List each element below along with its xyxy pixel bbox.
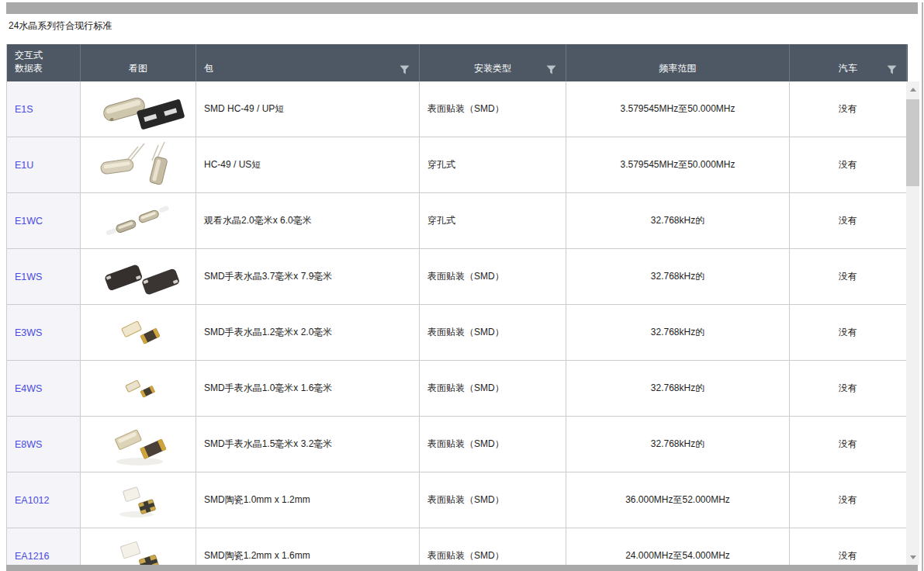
ea1216-photo [84, 531, 192, 566]
column-header-label: 包 [204, 62, 213, 75]
table-row: E1S SMD HC-49 / UP短 表面贴装（SMD） 3.579545MH… [7, 81, 908, 137]
auto-text: 没有 [839, 326, 857, 339]
e8ws-photo [84, 420, 192, 469]
auto-text: 没有 [839, 493, 857, 507]
freq-text: 32.768kHz的 [651, 438, 704, 451]
page-title: 24水晶系列符合现行标准 [9, 19, 112, 33]
photo-cell[interactable] [81, 137, 196, 193]
photo-cell[interactable] [81, 361, 196, 417]
datasheet-link[interactable]: E1U [15, 160, 33, 171]
mount-text: 表面贴装（SMD） [427, 270, 504, 283]
e3ws-photo [84, 308, 192, 358]
top-divider-bar [6, 2, 918, 14]
column-header-label: 汽车 [839, 62, 857, 75]
datasheet-link[interactable]: E1WC [15, 216, 43, 227]
photo-cell[interactable] [81, 528, 196, 566]
mount-text: 表面贴装（SMD） [427, 326, 504, 339]
mount-text: 穿孔式 [427, 158, 455, 171]
triangle-up-icon [910, 88, 916, 92]
right-border [922, 2, 923, 571]
auto-text: 没有 [839, 158, 857, 171]
freq-text: 32.768kHz的 [651, 326, 704, 339]
freq-text: 3.579545MHz至50.000MHz [620, 158, 735, 171]
e1s-photo [84, 85, 192, 134]
triangle-down-icon [910, 555, 916, 559]
photo-cell[interactable] [81, 81, 196, 137]
photo-cell[interactable] [81, 417, 196, 472]
package-text: SMD陶瓷1.2mm x 1.6mm [204, 549, 310, 562]
package-text: SMD手表水晶1.2毫米x 2.0毫米 [204, 326, 332, 339]
vertical-scrollbar[interactable] [906, 81, 919, 566]
datasheet-link[interactable]: E1S [15, 104, 33, 115]
crystal-products-table: 交互式 数据表看图包安装类型频率范围汽车 E1S SMD HC-49 / UP短… [6, 44, 908, 566]
photo-cell[interactable] [81, 193, 196, 249]
mount-text: 表面贴装（SMD） [427, 438, 504, 451]
e4ws-photo [84, 364, 192, 414]
e1ws-photo [84, 252, 192, 302]
table-row: E1U HC-49 / US短 穿孔式 3.579545MHz至50.000MH… [7, 137, 908, 193]
package-text: SMD HC-49 / UP短 [204, 102, 284, 116]
scrollbar-down-button[interactable] [906, 551, 919, 564]
table-row: E3WS SMD手表水晶1.2毫米x 2.0毫米 表面贴装（SMD） 32.76… [7, 305, 908, 361]
column-header-label: 看图 [129, 62, 147, 75]
photo-cell[interactable] [81, 305, 196, 361]
auto-text: 没有 [839, 382, 857, 395]
crystal-series-page: 24水晶系列符合现行标准 交互式 数据表看图包安装类型频率范围汽车 E1S SM… [0, 0, 924, 571]
datasheet-link[interactable]: EA1012 [15, 495, 49, 506]
datasheet-link[interactable]: E1WS [15, 272, 42, 282]
mount-text: 表面贴装（SMD） [427, 549, 504, 562]
column-header-mount: 安装类型 [420, 44, 566, 81]
filter-icon-mount[interactable] [546, 65, 556, 74]
photo-cell[interactable] [81, 472, 196, 528]
auto-text: 没有 [839, 214, 857, 227]
table-row: E4WS SMD手表水晶1.0毫米x 1.6毫米 表面贴装（SMD） 32.76… [7, 361, 908, 417]
column-header-auto: 汽车 [790, 44, 907, 81]
column-header-label: 交互式 数据表 [15, 49, 43, 75]
filter-icon-auto[interactable] [887, 65, 897, 74]
package-text: SMD手表水晶1.0毫米x 1.6毫米 [204, 382, 332, 395]
table-body: E1S SMD HC-49 / UP短 表面贴装（SMD） 3.579545MH… [7, 81, 908, 566]
ea1012-photo [84, 476, 192, 525]
column-header-label: 安装类型 [474, 62, 511, 75]
scrollbar-up-button[interactable] [906, 83, 919, 96]
mount-text: 表面贴装（SMD） [427, 102, 504, 116]
package-text: 观看水晶2.0毫米x 6.0毫米 [204, 214, 312, 227]
filter-icon-package[interactable] [400, 65, 410, 74]
datasheet-link[interactable]: E4WS [15, 383, 42, 394]
e1wc-photo [84, 196, 192, 246]
mount-text: 表面贴装（SMD） [427, 493, 504, 507]
column-header-photo: 看图 [81, 44, 196, 81]
column-header-datasheet: 交互式 数据表 [7, 44, 81, 81]
column-header-package: 包 [196, 44, 420, 81]
freq-text: 36.000MHz至52.000MHz [625, 493, 730, 507]
table-row: E1WS SMD手表水晶3.7毫米x 7.9毫米 表面贴装（SMD） 32.76… [7, 249, 908, 305]
auto-text: 没有 [839, 549, 857, 562]
e1u-photo [84, 140, 192, 190]
freq-text: 32.768kHz的 [651, 214, 704, 227]
package-text: SMD手表水晶3.7毫米x 7.9毫米 [204, 270, 332, 283]
freq-text: 32.768kHz的 [651, 270, 704, 283]
datasheet-link[interactable]: EA1216 [15, 551, 49, 562]
scrollbar-thumb[interactable] [906, 99, 919, 186]
package-text: SMD手表水晶1.5毫米x 3.2毫米 [204, 438, 332, 451]
freq-text: 32.768kHz的 [651, 382, 704, 395]
column-header-freq: 频率范围 [566, 44, 790, 81]
freq-text: 3.579545MHz至50.000MHz [620, 102, 735, 116]
table-header-row: 交互式 数据表看图包安装类型频率范围汽车 [7, 44, 908, 81]
table-row: E1WC 观看水晶2.0毫米x 6.0毫米 穿孔式 32.768kHz的 没有 [7, 193, 908, 249]
column-header-label: 频率范围 [659, 62, 697, 75]
package-text: SMD陶瓷1.0mm x 1.2mm [204, 493, 310, 507]
datasheet-link[interactable]: E3WS [15, 327, 42, 338]
photo-cell[interactable] [81, 249, 196, 305]
table-row: EA1216 SMD陶瓷1.2mm x 1.6mm 表面贴装（SMD） 24.0… [7, 528, 908, 566]
bottom-divider-bar [6, 565, 918, 571]
datasheet-link[interactable]: E8WS [15, 439, 42, 450]
table-row: EA1012 SMD陶瓷1.0mm x 1.2mm 表面贴装（SMD） 36.0… [7, 472, 908, 528]
mount-text: 表面贴装（SMD） [427, 382, 504, 395]
auto-text: 没有 [839, 438, 857, 451]
package-text: HC-49 / US短 [204, 158, 261, 171]
auto-text: 没有 [839, 102, 857, 116]
freq-text: 24.000MHz至54.000MHz [625, 549, 730, 562]
table-row: E8WS SMD手表水晶1.5毫米x 3.2毫米 表面贴装（SMD） 32.76… [7, 417, 908, 472]
mount-text: 穿孔式 [427, 214, 455, 227]
